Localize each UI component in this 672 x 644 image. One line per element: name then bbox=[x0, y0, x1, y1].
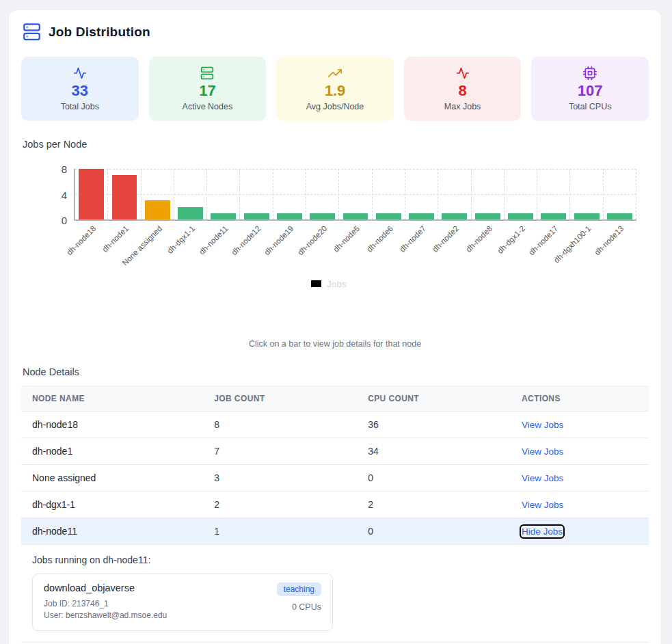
stat-card-active-nodes: 17Active Nodes bbox=[149, 57, 267, 121]
view-jobs-link[interactable]: View Jobs bbox=[522, 473, 563, 483]
bar-dh-node11[interactable] bbox=[211, 213, 236, 219]
legend-swatch bbox=[311, 280, 321, 287]
stat-card-max-jobs: 8Max Jobs bbox=[404, 57, 522, 121]
table-title: Node Details bbox=[21, 366, 649, 377]
bar-dh-node17[interactable] bbox=[541, 213, 566, 219]
bar-dh-node12[interactable] bbox=[244, 213, 269, 219]
view-jobs-link[interactable]: View Jobs bbox=[522, 446, 563, 457]
x-tick-label: dh-node11 bbox=[198, 224, 230, 256]
table-row-dh-node11: dh-node1110Hide Jobs bbox=[21, 518, 649, 545]
expanded-jobs-row: Jobs running on dh-node11:download_objav… bbox=[21, 545, 649, 643]
page-title: Job Distribution bbox=[49, 25, 150, 40]
stat-label: Max Jobs bbox=[444, 102, 481, 111]
job-id: Job ID: 213746_1 bbox=[44, 598, 167, 610]
cpu-count-cell: 2 bbox=[357, 492, 511, 518]
job-count-cell: 8 bbox=[203, 412, 357, 438]
bar-slot: dh-node2 bbox=[438, 169, 471, 219]
node-name-cell: dh-node11 bbox=[21, 518, 203, 545]
stat-value: 33 bbox=[72, 82, 88, 99]
stat-card-total-jobs: 33Total Jobs bbox=[21, 57, 139, 121]
x-tick-label: dh-node12 bbox=[230, 224, 262, 256]
bar-dh-dgxh100-1[interactable] bbox=[574, 213, 600, 219]
bar-dh-node7[interactable] bbox=[409, 213, 434, 219]
hide-jobs-link[interactable]: Hide Jobs bbox=[522, 526, 563, 537]
partition-badge: teaching bbox=[277, 582, 321, 596]
node-name-cell: dh-node18 bbox=[21, 412, 203, 438]
chart-legend[interactable]: Jobs bbox=[21, 279, 636, 289]
cpu-icon bbox=[583, 66, 597, 80]
x-tick-label: dh-dgx1-1 bbox=[165, 224, 196, 255]
job-card: download_objaverseJob ID: 213746_1User: … bbox=[32, 574, 333, 631]
x-tick-label: dh-node18 bbox=[65, 224, 97, 256]
x-tick-label: dh-node17 bbox=[527, 224, 559, 256]
x-tick-label: dh-node13 bbox=[593, 224, 626, 256]
job-count-cell: 1 bbox=[203, 518, 357, 545]
y-axis: 840 bbox=[21, 169, 74, 221]
cpu-count-cell: 36 bbox=[357, 412, 511, 438]
table-row-dh-node18: dh-node18836View Jobs bbox=[21, 412, 649, 438]
job-count-cell: 7 bbox=[203, 438, 357, 465]
y-tick-label: 0 bbox=[62, 215, 67, 226]
bar-dh-node2[interactable] bbox=[442, 213, 467, 219]
cpu-count-cell: 0 bbox=[357, 518, 511, 545]
bar-dh-node8[interactable] bbox=[475, 213, 500, 219]
bar-slot: None assigned bbox=[142, 169, 174, 219]
x-tick-label: dh-node1 bbox=[101, 224, 131, 254]
node-name-cell: dh-dgx1-1 bbox=[21, 492, 203, 518]
job-distribution-panel: Job Distribution 33Total Jobs17Active No… bbox=[9, 10, 661, 644]
job-user: User: benzshawelt@ad.msoe.edu bbox=[44, 610, 167, 621]
bar-slot: dh-node20 bbox=[306, 169, 339, 219]
x-tick-label: dh-node19 bbox=[263, 224, 295, 256]
bar-slot: dh-node13 bbox=[604, 169, 636, 219]
bar-dh-dgx1-1[interactable] bbox=[178, 207, 203, 220]
chart-plot-area: dh-node18dh-node1None assigneddh-dgx1-1d… bbox=[74, 169, 636, 221]
view-jobs-link[interactable]: View Jobs bbox=[522, 500, 563, 510]
table-row-dh-node1: dh-node1734View Jobs bbox=[21, 438, 649, 465]
node-name-cell: None assigned bbox=[21, 465, 203, 492]
table-row-dh-dgx1-1: dh-dgx1-122View Jobs bbox=[21, 492, 649, 518]
bar-dh-node13[interactable] bbox=[607, 213, 632, 219]
bar-slot: dh-node11 bbox=[207, 169, 240, 219]
bar-dh-node19[interactable] bbox=[277, 213, 302, 219]
cpu-count-cell: 34 bbox=[357, 438, 511, 465]
server-icon bbox=[200, 66, 214, 80]
chart-hint-text: Click on a bar to view job details for t… bbox=[21, 339, 649, 349]
cpu-count-cell: 0 bbox=[357, 465, 511, 492]
bar-dh-node6[interactable] bbox=[376, 213, 401, 219]
bar-dh-node1[interactable] bbox=[112, 175, 137, 219]
bar-none-assigned[interactable] bbox=[145, 200, 170, 219]
table-header-row: NODE NAMEJOB COUNTCPU COUNTACTIONS bbox=[21, 386, 649, 412]
column-header-cpu-count: CPU COUNT bbox=[357, 386, 511, 412]
x-tick-label: dh-node20 bbox=[296, 224, 328, 256]
column-header-actions: ACTIONS bbox=[511, 386, 649, 412]
trending-up-icon bbox=[328, 66, 342, 80]
bar-slot: dh-node19 bbox=[273, 169, 306, 219]
bar-slot: dh-node18 bbox=[75, 169, 108, 219]
node-details-table: NODE NAMEJOB COUNTCPU COUNTACTIONS dh-no… bbox=[21, 386, 649, 644]
bar-dh-node20[interactable] bbox=[310, 213, 335, 219]
x-tick-label: dh-node2 bbox=[431, 224, 461, 254]
column-header-job-count: JOB COUNT bbox=[203, 386, 357, 412]
stat-label: Total CPUs bbox=[569, 102, 612, 111]
x-tick-label: dh-node6 bbox=[365, 224, 394, 254]
stat-label: Total Jobs bbox=[61, 102, 99, 111]
stat-value: 107 bbox=[578, 82, 603, 99]
x-tick-label: dh-node8 bbox=[464, 224, 494, 254]
bar-dh-dgx1-2[interactable] bbox=[508, 213, 533, 219]
bar-dh-node5[interactable] bbox=[343, 213, 368, 219]
job-name: download_objaverse bbox=[44, 582, 167, 593]
bar-slot: dh-node7 bbox=[405, 169, 438, 219]
stat-value: 8 bbox=[458, 82, 466, 99]
y-tick-label: 4 bbox=[62, 190, 67, 200]
x-tick-label: dh-node7 bbox=[398, 224, 427, 254]
view-jobs-link[interactable]: View Jobs bbox=[522, 420, 563, 430]
job-count-cell: 3 bbox=[203, 465, 357, 492]
bar-dh-node18[interactable] bbox=[79, 169, 104, 219]
activity-icon bbox=[73, 66, 87, 80]
stat-card-total-cpus: 107Total CPUs bbox=[531, 57, 649, 121]
bar-slot: dh-dgxh100-1 bbox=[570, 169, 603, 219]
activity-icon bbox=[456, 66, 470, 80]
bar-slot: dh-node6 bbox=[373, 169, 405, 219]
bar-slot: dh-dgx1-2 bbox=[505, 169, 537, 219]
bar-slot: dh-node5 bbox=[339, 169, 372, 219]
